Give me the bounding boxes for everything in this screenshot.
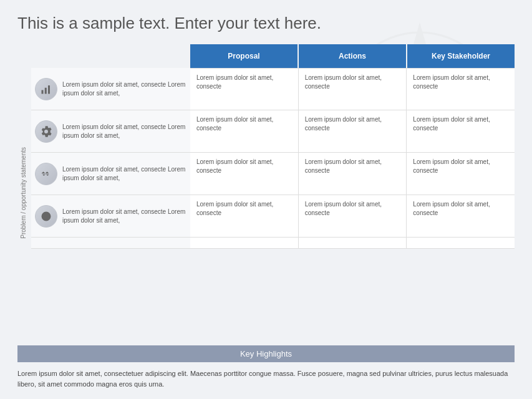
row-icon-chart bbox=[35, 78, 57, 100]
table-row: Lorem ipsum dolor sit amet, consecte Lor… bbox=[190, 68, 515, 110]
col-header-proposal: Proposal bbox=[190, 44, 299, 68]
page-title: This is a sample text. Enter your text h… bbox=[17, 14, 515, 33]
list-item: Lorem ipsum dolor sit amet, consecte Lor… bbox=[31, 195, 190, 238]
pie-icon bbox=[41, 211, 52, 222]
cell-r4-proposal: Lorem ipsum dolor sit amet, consecte bbox=[190, 195, 299, 237]
gear-icon bbox=[41, 126, 52, 137]
row-icon-pie bbox=[35, 205, 57, 228]
bottom-section: Key Highlights Lorem ipsum dolor sit ame… bbox=[17, 345, 515, 399]
table-header: Proposal Actions Key Stakeholder bbox=[190, 44, 515, 68]
row-text-3: Lorem ipsum dolor sit amet, consecte Lor… bbox=[62, 165, 186, 183]
row-icon-gear bbox=[35, 120, 57, 143]
handshake-icon bbox=[41, 168, 52, 180]
list-item: Lorem ipsum dolor sit amet, consecte Lor… bbox=[31, 110, 190, 153]
svg-rect-4 bbox=[48, 85, 50, 94]
table-row: Lorem ipsum dolor sit amet, consecte Lor… bbox=[190, 110, 515, 153]
row-text-1: Lorem ipsum dolor sit amet, consecte Lor… bbox=[62, 80, 186, 98]
row-text-4: Lorem ipsum dolor sit amet, consecte Lor… bbox=[62, 208, 186, 225]
cell-r2-actions: Lorem ipsum dolor sit amet, consecte bbox=[299, 110, 407, 152]
cell-r1-actions: Lorem ipsum dolor sit amet, consecte bbox=[299, 69, 407, 110]
cell-r3-proposal: Lorem ipsum dolor sit amet, consecte bbox=[190, 153, 299, 195]
vertical-label: Problem / opportunity statements bbox=[20, 147, 27, 239]
table-row: Lorem ipsum dolor sit amet, consecte Lor… bbox=[190, 153, 515, 195]
cell-r4-actions: Lorem ipsum dolor sit amet, consecte bbox=[299, 195, 407, 237]
table-body: Lorem ipsum dolor sit amet, consecte Lor… bbox=[190, 68, 515, 342]
row-icon-handshake bbox=[35, 163, 57, 185]
col-header-actions: Actions bbox=[299, 44, 407, 68]
table-row: Lorem ipsum dolor sit amet, consecte Lor… bbox=[190, 195, 515, 238]
cell-r3-stakeholder: Lorem ipsum dolor sit amet, consecte bbox=[407, 153, 515, 195]
cell-r3-actions: Lorem ipsum dolor sit amet, consecte bbox=[299, 153, 407, 195]
col-header-stakeholder: Key Stakeholder bbox=[407, 44, 515, 68]
cell-r1-stakeholder: Lorem ipsum dolor sit amet, consecte bbox=[407, 69, 515, 110]
chart-icon bbox=[41, 84, 52, 95]
highlights-text: Lorem ipsum dolor sit amet, consectetuer… bbox=[17, 362, 515, 399]
cell-r2-proposal: Lorem ipsum dolor sit amet, consecte bbox=[190, 110, 299, 152]
list-item: Lorem ipsum dolor sit amet, consecte Lor… bbox=[31, 68, 190, 110]
cell-r1-proposal: Lorem ipsum dolor sit amet, consecte bbox=[190, 69, 299, 110]
svg-rect-3 bbox=[45, 87, 47, 94]
row-text-2: Lorem ipsum dolor sit amet, consecte Lor… bbox=[62, 123, 186, 140]
key-highlights-bar: Key Highlights bbox=[17, 345, 515, 362]
list-item: Lorem ipsum dolor sit amet, consecte Lor… bbox=[31, 153, 190, 195]
cell-r2-stakeholder: Lorem ipsum dolor sit amet, consecte bbox=[407, 110, 515, 152]
cell-r4-stakeholder: Lorem ipsum dolor sit amet, consecte bbox=[407, 195, 515, 237]
svg-rect-2 bbox=[42, 90, 44, 94]
